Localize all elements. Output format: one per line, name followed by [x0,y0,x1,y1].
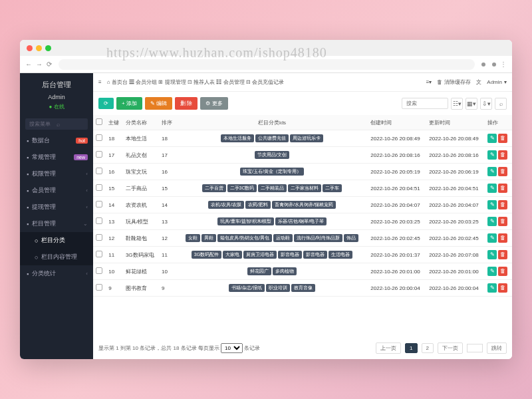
category-tag: 二手车 [323,184,342,192]
language-icon[interactable]: 文 [476,78,481,86]
category-tag: 二手家当材料 [288,184,321,192]
row-delete-button[interactable]: 🗑 [498,134,507,143]
row-edit-button[interactable]: ✎ [487,184,497,193]
row-edit-button[interactable]: ✎ [487,200,497,209]
row-delete-button[interactable]: 🗑 [498,167,507,176]
category-tag: 饰品 [344,234,358,242]
row-checkbox[interactable] [96,151,102,158]
row-checkbox[interactable] [96,184,102,191]
category-tag: 3G数码配件 [192,251,221,259]
nav-item[interactable]: ⌂ 首页台 [107,79,128,85]
user-menu[interactable]: Admin ▾ [487,79,507,85]
window-titlebar [20,40,512,56]
category-tag: 女鞋 [186,234,200,242]
forward-icon[interactable]: → [36,61,43,68]
row-delete-button[interactable]: 🗑 [498,283,507,293]
app-title: 后台管理 [20,73,93,94]
row-delete-button[interactable]: 🗑 [498,233,507,243]
row-checkbox[interactable] [96,284,102,291]
row-edit-button[interactable]: ✎ [487,283,497,293]
maximize-dot[interactable] [45,45,51,51]
row-checkbox[interactable] [96,168,102,174]
sidebar-item[interactable]: ○ 栏目分类 [20,232,93,249]
category-tag: 多肉植物 [273,267,297,275]
row-edit-button[interactable]: ✎ [487,217,497,226]
row-edit-button[interactable]: ✎ [487,150,497,160]
row-edit-button[interactable]: ✎ [487,167,497,176]
sidebar-item[interactable]: ▪ 分类统计‹ [20,265,93,282]
page-jump-input[interactable] [467,344,483,352]
search-button-icon[interactable]: ⌕ [495,98,507,110]
address-bar[interactable] [59,59,475,70]
jump-button[interactable]: 跳转 [487,342,507,354]
table-row: 13玩具/模型13玩具/童车/益智/积木/模型乐器/吉他/钢琴/电子琴2022-… [93,213,512,230]
category-tag: 教育音像 [291,284,315,292]
page-1-button[interactable]: 1 [405,343,417,353]
table-row: 10鲜花绿植10鲜花园广多肉植物2022-10-26 20:01:002022-… [93,263,512,280]
category-tag: 生活电器 [329,251,352,259]
clear-cache-button[interactable]: 🗑 清除缓存存 [437,78,471,86]
search-icon: ⌕ [57,121,84,128]
row-delete-button[interactable]: 🗑 [498,250,507,259]
sidebar-item[interactable]: ▪ 提现管理‹ [20,199,93,215]
prev-page-button[interactable]: 上一页 [376,342,401,354]
nav-item[interactable]: ⊟ 会员充值记录 [246,79,284,85]
refresh-button[interactable]: ⟳ [98,98,114,109]
back-icon[interactable]: ← [25,61,32,68]
row-delete-button[interactable]: 🗑 [498,184,507,193]
category-tag: 公共缴费充值 [255,134,289,142]
row-checkbox[interactable] [96,251,102,257]
search-input[interactable] [402,98,448,109]
add-button[interactable]: + 添加 [116,97,142,110]
sidebar-status: ● 在线 [20,103,93,116]
row-checkbox[interactable] [96,134,102,141]
row-delete-button[interactable]: 🗑 [498,150,507,160]
export-icon[interactable]: ⇩▾ [480,98,492,110]
delete-button[interactable]: 删 除 [175,97,198,110]
sidebar-user: Admin [20,94,93,103]
row-edit-button[interactable]: ✎ [487,267,497,276]
columns-icon[interactable]: ☷▾ [451,98,463,110]
sidebar-search[interactable]: 搜索菜单 ⌕ [25,118,88,130]
sidebar-item[interactable]: ▪ 数据台hot [20,132,93,149]
row-delete-button[interactable]: 🗑 [498,267,507,276]
row-checkbox[interactable] [96,201,102,207]
browser-menu-dot[interactable] [481,63,485,66]
row-edit-button[interactable]: ✎ [487,134,497,143]
nav-item[interactable]: ⊞ 提现管理 [158,79,186,85]
page-2-button[interactable]: 2 [422,343,434,353]
page-size-select[interactable]: 10 [221,343,243,353]
sidebar-search-placeholder: 搜索菜单 [29,120,57,128]
row-edit-button[interactable]: ✎ [487,233,497,243]
browser-menu-dot[interactable] [492,63,496,66]
row-delete-button[interactable]: 🗑 [498,200,507,209]
sidebar-item[interactable]: ▪ 权限管理‹ [20,166,93,182]
next-page-button[interactable]: 下一页 [438,342,463,354]
nav-item[interactable]: ☰ 会员分组 [129,79,157,85]
grid-icon[interactable]: ▦▾ [466,98,477,110]
sidebar-item[interactable]: ▪ 栏目管理⌄ [20,215,93,232]
table-row: 14农资农机14农机/农具/农膜农药/肥料畜禽饲养/水具饲养/猫粮宠药2022-… [93,197,512,213]
table-row: 16珠宝文玩16珠宝/玉石/黄金（定制专用）2022-10-26 20:05:1… [93,164,512,180]
browser-menu-icon[interactable]: ⋮ [500,61,507,68]
sidebar-item[interactable]: ▪ 常规管理new [20,149,93,166]
row-checkbox[interactable] [96,217,102,224]
menu-toggle-icon[interactable]: ≡ [98,79,102,85]
sidebar-item[interactable]: ▪ 会员管理‹ [20,182,93,199]
category-tag: 农机/农具/农膜 [208,201,244,209]
row-edit-button[interactable]: ✎ [487,250,497,259]
minimize-dot[interactable] [36,45,42,51]
sidebar-item[interactable]: ○ 栏目内容管理 [20,249,93,265]
close-dot[interactable] [27,45,33,51]
more-button[interactable]: ⚙ 更多 [200,97,227,110]
topnav-dropdown-icon[interactable]: ≡▾ [426,79,432,85]
reload-icon[interactable]: ⟳ [47,61,52,68]
row-checkbox[interactable] [96,267,102,274]
table-row: 17礼品文创17节庆用品/文创2022-10-26 20:08:162022-1… [93,147,512,164]
nav-item[interactable]: ☷ 会员管理 [216,79,244,85]
nav-item[interactable]: ⊡ 推荐人表 [188,79,215,85]
edit-button[interactable]: ✎ 编辑 [145,97,172,110]
row-delete-button[interactable]: 🗑 [498,217,507,226]
row-checkbox[interactable] [96,234,102,241]
select-all-checkbox[interactable] [96,118,102,125]
